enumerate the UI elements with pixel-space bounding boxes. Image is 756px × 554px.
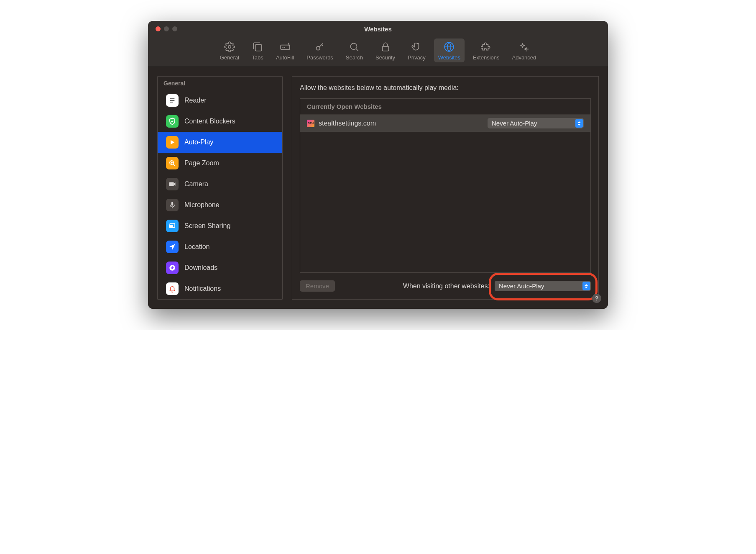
sidebar-item-label: Content Blockers (184, 118, 235, 125)
website-domain: stealthsettings.com (319, 120, 488, 127)
toolbar-advanced[interactable]: Advanced (508, 38, 540, 62)
svg-point-8 (526, 48, 527, 50)
zoom-icon (166, 157, 179, 169)
toolbar-extensions[interactable]: Extensions (469, 38, 504, 62)
main-heading: Allow the websites below to automaticall… (300, 84, 591, 92)
other-websites-label: When visiting other websites: (403, 282, 490, 290)
sidebar-item-notifications[interactable]: Notifications (158, 278, 282, 299)
download-icon (166, 262, 179, 274)
toolbar-label: Security (375, 54, 395, 61)
content: General Reader Content Blockers Auto-Pla… (148, 67, 608, 309)
sidebar-item-location[interactable]: Location (158, 236, 282, 257)
search-icon (348, 41, 360, 53)
remove-button[interactable]: Remove (300, 280, 335, 292)
toolbar-label: General (220, 54, 239, 61)
sidebar-item-label: Page Zoom (184, 159, 219, 167)
toolbar-tabs[interactable]: Tabs (248, 38, 268, 62)
sidebar-item-label: Reader (184, 97, 206, 104)
toolbar-websites[interactable]: Websites (434, 38, 465, 62)
bell-icon (166, 282, 179, 295)
chevron-updown-icon (582, 282, 590, 290)
lock-icon (380, 41, 391, 53)
list-empty-area (300, 132, 590, 272)
sidebar-item-content-blockers[interactable]: Content Blockers (158, 111, 282, 132)
sidebar-item-camera[interactable]: Camera (158, 174, 282, 195)
default-autoplay-select[interactable]: Never Auto-Play (495, 281, 591, 291)
help-button[interactable]: ? (592, 294, 601, 303)
select-value: Never Auto-Play (492, 120, 537, 127)
location-icon (166, 241, 179, 253)
toolbar-label: AutoFill (276, 54, 294, 61)
sidebar-item-label: Auto-Play (184, 138, 213, 146)
toolbar: General Tabs AutoFill Passwords Search S… (148, 37, 608, 67)
toolbar-privacy[interactable]: Privacy (404, 38, 430, 62)
sidebar-item-label: Location (184, 243, 210, 251)
toolbar-general[interactable]: General (216, 38, 243, 62)
sidebar-item-label: Downloads (184, 264, 217, 272)
svg-point-7 (522, 45, 524, 46)
chevron-updown-icon (575, 119, 583, 128)
toolbar-security[interactable]: Security (371, 38, 399, 62)
toolbar-search[interactable]: Search (342, 38, 367, 62)
bottom-row: Remove When visiting other websites: Nev… (300, 280, 591, 292)
svg-rect-10 (169, 182, 174, 186)
autoplay-select[interactable]: Never Auto-Play (488, 118, 584, 128)
window-title: Websites (148, 26, 608, 33)
toolbar-label: Advanced (512, 54, 536, 61)
sidebar: General Reader Content Blockers Auto-Pla… (157, 76, 283, 300)
svg-rect-11 (171, 202, 174, 206)
svg-rect-1 (255, 45, 262, 51)
screen-share-icon (166, 220, 179, 232)
svg-point-4 (351, 43, 357, 49)
toolbar-label: Extensions (473, 54, 500, 61)
key-icon (314, 41, 326, 53)
sidebar-item-screen-sharing[interactable]: Screen Sharing (158, 215, 282, 236)
favicon-icon: STH (307, 120, 314, 127)
toolbar-label: Passwords (306, 54, 333, 61)
autofill-icon (279, 41, 291, 53)
svg-rect-5 (382, 46, 388, 51)
preferences-window: Websites General Tabs AutoFill Passwords… (148, 21, 608, 309)
list-header: Currently Open Websites (300, 99, 590, 115)
toolbar-label: Search (346, 54, 363, 61)
hand-icon (411, 41, 422, 53)
toolbar-label: Privacy (408, 54, 426, 61)
play-icon (166, 136, 179, 149)
camera-icon (166, 178, 179, 190)
sidebar-item-page-zoom[interactable]: Page Zoom (158, 153, 282, 174)
gears-icon (518, 41, 530, 53)
sidebar-item-label: Microphone (184, 201, 220, 209)
puzzle-icon (480, 41, 492, 53)
toolbar-label: Websites (438, 54, 460, 61)
main-panel: Allow the websites below to automaticall… (292, 76, 599, 300)
toolbar-autofill[interactable]: AutoFill (272, 38, 298, 62)
microphone-icon (166, 199, 179, 211)
svg-rect-13 (169, 225, 173, 228)
sidebar-item-downloads[interactable]: Downloads (158, 257, 282, 278)
svg-point-3 (316, 46, 320, 50)
sidebar-header: General (158, 77, 282, 90)
website-row[interactable]: STH stealthsettings.com Never Auto-Play (300, 115, 590, 132)
sidebar-item-autoplay[interactable]: Auto-Play (158, 132, 282, 153)
select-value: Never Auto-Play (499, 282, 544, 290)
website-list: Currently Open Websites STH stealthsetti… (300, 98, 591, 273)
tabs-icon (252, 41, 263, 53)
globe-icon (443, 41, 455, 53)
svg-point-0 (228, 46, 231, 49)
sidebar-item-reader[interactable]: Reader (158, 90, 282, 111)
reader-icon (166, 94, 179, 107)
toolbar-label: Tabs (252, 54, 263, 61)
titlebar: Websites (148, 21, 608, 37)
toolbar-passwords[interactable]: Passwords (302, 38, 337, 62)
gear-icon (224, 41, 235, 53)
shield-check-icon (166, 115, 179, 128)
sidebar-item-label: Notifications (184, 285, 221, 292)
sidebar-item-label: Screen Sharing (184, 222, 230, 230)
sidebar-item-microphone[interactable]: Microphone (158, 195, 282, 215)
sidebar-item-label: Camera (184, 180, 208, 188)
